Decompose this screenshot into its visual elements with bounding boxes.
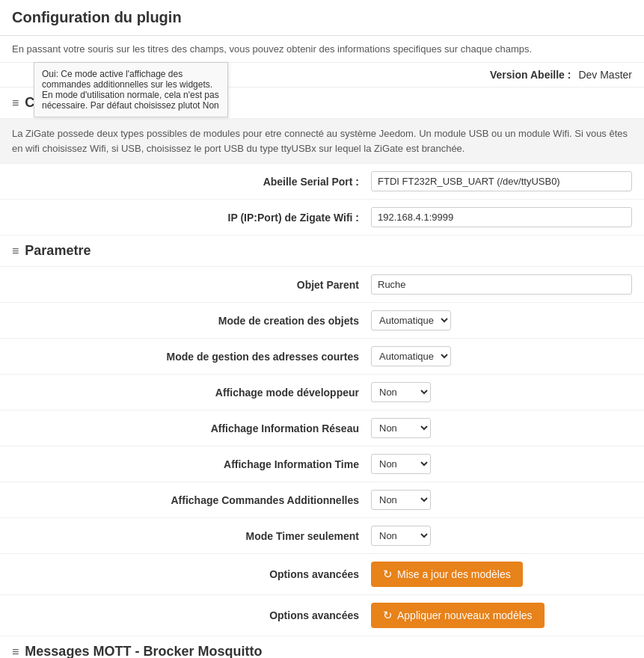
mise-a-jour-button[interactable]: Mise a jour des modèles: [371, 562, 523, 587]
parametre-field-label-mode-gestion: Mode de gestion des adresses courtes: [12, 351, 371, 363]
ip-control: [371, 207, 632, 227]
parametre-field-row-objet-parent: Objet Parent: [0, 267, 644, 303]
parametre-section-title: Parametre: [25, 243, 91, 259]
parametre-field-control-objet-parent: [371, 274, 632, 295]
parametre-field-control-affichage-commandes: NonOui: [371, 490, 632, 510]
version-value: Dev Master: [578, 69, 632, 81]
parametre-field-control-affichage-time: NonOui: [371, 454, 632, 474]
connection-description: La ZiGate possede deux types possibles d…: [0, 119, 644, 164]
parametre-field-label-affichage-time: Affichage Information Time: [12, 458, 371, 470]
parametre-field-row-affichage-commandes: Affichage Commandes AdditionnellesNonOui: [0, 482, 644, 518]
version-label: Version Abeille :: [490, 69, 571, 81]
objet-parent-input[interactable]: [371, 274, 632, 295]
parametre-field-label-affichage-reseau: Affichage Information Réseau: [12, 422, 371, 434]
page-header: Configuration du plugin: [0, 0, 644, 36]
connection-section-icon: ≡: [12, 96, 19, 110]
options-avancees-row-2: Options avancées Appliquer nouveaux modè…: [0, 595, 644, 636]
sync-icon-1: [383, 568, 393, 581]
affichage-commandes-select[interactable]: NonOui: [371, 490, 431, 510]
appliquer-button[interactable]: Appliquer nouveaux modèles: [371, 603, 545, 628]
tooltip-box: Oui: Ce mode active l'affichage des comm…: [34, 62, 228, 117]
serial-port-control: [371, 171, 632, 191]
affichage-time-select[interactable]: NonOui: [371, 454, 431, 474]
appliquer-label: Appliquer nouveaux modèles: [397, 609, 533, 621]
affichage-developpeur-select[interactable]: NonOui: [371, 382, 431, 402]
parametre-field-control-mode-timer: NonOui: [371, 526, 632, 546]
parametre-field-control-affichage-developpeur: NonOui: [371, 382, 632, 402]
parametre-field-row-affichage-time: Affichage Information TimeNonOui: [0, 446, 644, 482]
options-avancees-label-2: Options avancées: [12, 609, 371, 621]
parametre-fields: Objet ParentMode de creation des objetsA…: [0, 267, 644, 554]
parametre-section-header: ≡ Parametre: [0, 236, 644, 267]
parametre-field-label-affichage-commandes: Affichage Commandes Additionnelles: [12, 494, 371, 506]
messages-mott-icon: ≡: [12, 645, 19, 659]
parametre-section-icon: ≡: [12, 245, 19, 258]
parametre-field-control-affichage-reseau: NonOui: [371, 418, 632, 438]
serial-port-row: Abeille Serial Port :: [0, 164, 644, 200]
tooltip-text: Oui: Ce mode active l'affichage des comm…: [42, 69, 219, 111]
messages-mott-section-header: ≡ Messages MOTT - Brocker Mosquitto: [0, 636, 644, 658]
parametre-field-label-objet-parent: Objet Parent: [12, 279, 371, 291]
serial-port-input[interactable]: [371, 171, 632, 191]
parametre-field-row-affichage-reseau: Affichage Information RéseauNonOui: [0, 411, 644, 446]
parametre-field-row-mode-creation: Mode de creation des objetsAutomatiqueMa…: [0, 303, 644, 339]
ip-input[interactable]: [371, 207, 632, 227]
options-avancees-row-1: Options avancées Mise a jour des modèles: [0, 554, 644, 595]
messages-mott-title: Messages MOTT - Brocker Mosquitto: [25, 644, 262, 658]
parametre-field-control-mode-creation: AutomatiqueManuel: [371, 310, 632, 330]
parametre-field-row-affichage-developpeur: Affichage mode développeurNonOui: [0, 375, 644, 411]
parametre-field-row-mode-gestion: Mode de gestion des adresses courtesAuto…: [0, 339, 644, 375]
serial-port-label: Abeille Serial Port :: [12, 176, 371, 188]
parametre-field-control-mode-gestion: AutomatiqueManuel: [371, 346, 632, 366]
mode-creation-select[interactable]: AutomatiqueManuel: [371, 310, 451, 330]
parametre-field-label-mode-creation: Mode de creation des objets: [12, 315, 371, 327]
options-avancees-control-1: Mise a jour des modèles: [371, 562, 632, 587]
ip-label: IP (IP:Port) de Zigate Wifi :: [12, 212, 371, 224]
options-avancees-control-2: Appliquer nouveaux modèles: [371, 603, 632, 628]
page-title: Configuration du plugin: [12, 9, 632, 26]
parametre-field-label-mode-timer: Mode Timer seulement: [12, 530, 371, 542]
mise-a-jour-label: Mise a jour des modèles: [397, 568, 511, 580]
parametre-field-row-mode-timer: Mode Timer seulementNonOui: [0, 518, 644, 554]
mode-timer-select[interactable]: NonOui: [371, 526, 431, 546]
info-bar: En passant votre souris sur les titres d…: [0, 36, 644, 63]
mode-gestion-select[interactable]: AutomatiqueManuel: [371, 346, 451, 366]
sync-icon-2: [383, 609, 393, 622]
parametre-field-label-affichage-developpeur: Affichage mode développeur: [12, 387, 371, 399]
ip-row: IP (IP:Port) de Zigate Wifi :: [0, 200, 644, 236]
affichage-reseau-select[interactable]: NonOui: [371, 418, 431, 438]
info-text: En passant votre souris sur les titres d…: [12, 43, 532, 55]
options-avancees-label-1: Options avancées: [12, 568, 371, 580]
